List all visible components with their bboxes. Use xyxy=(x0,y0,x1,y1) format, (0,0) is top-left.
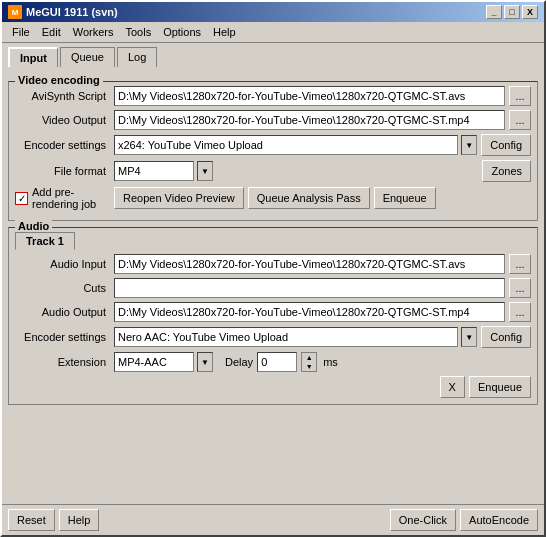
audio-group: Audio Track 1 Audio Input ... Cuts ... A… xyxy=(8,227,538,405)
encoder-settings-input[interactable] xyxy=(114,135,458,155)
help-button[interactable]: Help xyxy=(59,509,100,531)
audio-input-label: Audio Input xyxy=(15,258,110,270)
pre-render-row: Add pre-rendering job Reopen Video Previ… xyxy=(15,186,531,210)
title-bar-text: M MeGUI 1911 (svn) xyxy=(8,5,118,19)
encoder-settings-row: Encoder settings ▼ Config xyxy=(15,134,531,156)
file-format-row: File format ▼ Zones xyxy=(15,160,531,182)
menu-file[interactable]: File xyxy=(6,24,36,40)
encoder-settings-dropdown-arrow[interactable]: ▼ xyxy=(461,135,477,155)
bottom-left: Reset Help xyxy=(8,509,99,531)
menu-options[interactable]: Options xyxy=(157,24,207,40)
video-output-input[interactable] xyxy=(114,110,505,130)
menu-edit[interactable]: Edit xyxy=(36,24,67,40)
audio-output-label: Audio Output xyxy=(15,306,110,318)
close-button[interactable]: X xyxy=(522,5,538,19)
video-encoding-label: Video encoding xyxy=(15,74,103,86)
app-icon: M xyxy=(8,5,22,19)
video-output-row: Video Output ... xyxy=(15,110,531,130)
menu-bar: File Edit Workers Tools Options Help xyxy=(2,22,544,43)
audio-encoder-settings-row: Encoder settings ▼ Config xyxy=(15,326,531,348)
menu-tools[interactable]: Tools xyxy=(119,24,157,40)
file-format-dropdown-arrow[interactable]: ▼ xyxy=(197,161,213,181)
pre-render-checkbox[interactable] xyxy=(15,192,28,205)
main-window: M MeGUI 1911 (svn) _ □ X File Edit Worke… xyxy=(0,0,546,537)
extension-label: Extension xyxy=(15,356,110,368)
avisynth-input[interactable] xyxy=(114,86,505,106)
encoder-settings-label: Encoder settings xyxy=(15,139,110,151)
title-bar: M MeGUI 1911 (svn) _ □ X xyxy=(2,2,544,22)
audio-encoder-settings-input[interactable] xyxy=(114,327,458,347)
delay-spinner-up[interactable]: ▲ xyxy=(302,353,316,362)
bottom-row: Reset Help One-Click AutoEncode xyxy=(2,504,544,535)
audio-track-tab[interactable]: Track 1 xyxy=(15,232,75,250)
ms-label: ms xyxy=(321,356,338,368)
bottom-right: One-Click AutoEncode xyxy=(390,509,538,531)
encoder-config-button[interactable]: Config xyxy=(481,134,531,156)
audio-tab-bar: Track 1 xyxy=(15,232,531,250)
audio-encoder-settings-label: Encoder settings xyxy=(15,331,110,343)
auto-encode-button[interactable]: AutoEncode xyxy=(460,509,538,531)
video-output-label: Video Output xyxy=(15,114,110,126)
menu-workers[interactable]: Workers xyxy=(67,24,120,40)
avisynth-label: AviSynth Script xyxy=(15,90,110,102)
audio-label: Audio xyxy=(15,220,52,232)
main-tab-bar: Input Queue Log xyxy=(2,43,544,67)
menu-help[interactable]: Help xyxy=(207,24,242,40)
tab-log[interactable]: Log xyxy=(117,47,157,67)
audio-enqueue-button[interactable]: Enqueue xyxy=(469,376,531,398)
avisynth-row: AviSynth Script ... xyxy=(15,86,531,106)
maximize-button[interactable]: □ xyxy=(504,5,520,19)
video-enqueue-button[interactable]: Enqueue xyxy=(374,187,436,209)
cuts-browse-button[interactable]: ... xyxy=(509,278,531,298)
audio-x-button[interactable]: X xyxy=(440,376,465,398)
audio-enqueue-row: X Enqueue xyxy=(15,376,531,398)
delay-input[interactable] xyxy=(257,352,297,372)
audio-config-button[interactable]: Config xyxy=(481,326,531,348)
extension-input[interactable] xyxy=(114,352,194,372)
audio-input-field[interactable] xyxy=(114,254,505,274)
audio-output-row: Audio Output ... xyxy=(15,302,531,322)
queue-analysis-pass-button[interactable]: Queue Analysis Pass xyxy=(248,187,370,209)
cuts-input[interactable] xyxy=(114,278,505,298)
one-click-button[interactable]: One-Click xyxy=(390,509,456,531)
delay-spinner-down[interactable]: ▼ xyxy=(302,362,316,371)
reopen-video-preview-button[interactable]: Reopen Video Preview xyxy=(114,187,244,209)
video-output-browse-button[interactable]: ... xyxy=(509,110,531,130)
file-format-input[interactable] xyxy=(114,161,194,181)
avisynth-browse-button[interactable]: ... xyxy=(509,86,531,106)
extension-row: Extension ▼ Delay ▲ ▼ ms xyxy=(15,352,531,372)
pre-render-checkbox-wrapper[interactable]: Add pre-rendering job xyxy=(15,186,110,210)
audio-input-browse-button[interactable]: ... xyxy=(509,254,531,274)
title-bar-buttons: _ □ X xyxy=(486,5,538,19)
audio-input-row: Audio Input ... xyxy=(15,254,531,274)
extension-dropdown-arrow[interactable]: ▼ xyxy=(197,352,213,372)
audio-output-browse-button[interactable]: ... xyxy=(509,302,531,322)
reset-button[interactable]: Reset xyxy=(8,509,55,531)
cuts-row: Cuts ... xyxy=(15,278,531,298)
delay-spinner[interactable]: ▲ ▼ xyxy=(301,352,317,372)
tab-input[interactable]: Input xyxy=(8,47,58,67)
file-format-label: File format xyxy=(15,165,110,177)
tab-queue[interactable]: Queue xyxy=(60,47,115,67)
minimize-button[interactable]: _ xyxy=(486,5,502,19)
video-encoding-group: Video encoding AviSynth Script ... Video… xyxy=(8,81,538,221)
delay-label: Delay xyxy=(225,356,253,368)
audio-output-field[interactable] xyxy=(114,302,505,322)
audio-encoder-dropdown-arrow[interactable]: ▼ xyxy=(461,327,477,347)
main-content: Video encoding AviSynth Script ... Video… xyxy=(2,67,544,504)
cuts-label: Cuts xyxy=(15,282,110,294)
zones-button[interactable]: Zones xyxy=(482,160,531,182)
pre-render-label: Add pre-rendering job xyxy=(32,186,110,210)
